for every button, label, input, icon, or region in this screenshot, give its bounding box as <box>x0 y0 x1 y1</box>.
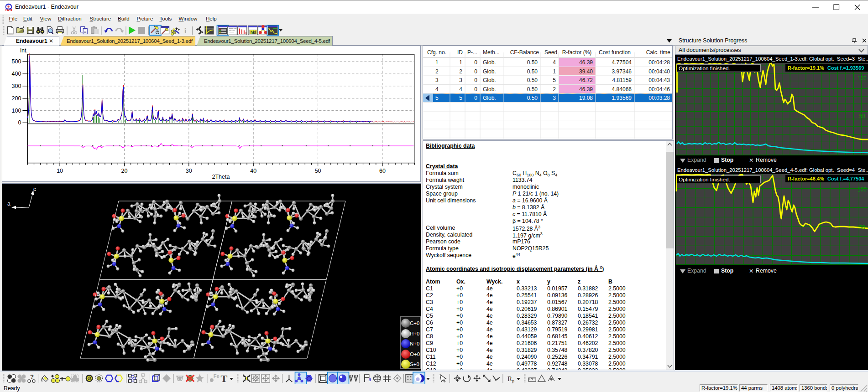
svg-text:hkl: hkl <box>251 30 256 35</box>
svg-text:R: R <box>507 375 512 382</box>
svg-text:N+0: N+0 <box>410 341 419 346</box>
svg-text:p: p <box>512 378 514 383</box>
svg-text:100: 100 <box>858 186 867 193</box>
svg-text:a: a <box>369 377 371 382</box>
svg-text:500: 500 <box>12 58 21 65</box>
svg-text:10: 10 <box>57 168 63 174</box>
svg-text:S+0: S+0 <box>410 361 419 367</box>
svg-text:50: 50 <box>315 168 321 174</box>
svg-text:200: 200 <box>12 95 21 102</box>
svg-text:c: c <box>33 186 36 192</box>
svg-text:2Theta: 2Theta <box>212 174 230 180</box>
svg-text:50: 50 <box>859 224 866 231</box>
svg-text:C+0: C+0 <box>410 320 419 326</box>
svg-text:300: 300 <box>12 83 21 89</box>
svg-text:100: 100 <box>12 108 21 114</box>
svg-text:O+0: O+0 <box>410 351 420 357</box>
svg-text:T: T <box>220 373 227 384</box>
svg-text:100: 100 <box>858 75 867 82</box>
svg-text:20: 20 <box>121 168 128 174</box>
svg-text:60: 60 <box>379 168 386 174</box>
svg-text:Fe: Fe <box>214 373 220 379</box>
svg-text:400: 400 <box>12 71 21 77</box>
svg-text:?: ? <box>30 373 34 380</box>
svg-text:30: 30 <box>186 168 192 174</box>
svg-text:50: 50 <box>859 113 866 119</box>
svg-text:i: i <box>184 26 187 35</box>
svg-text:a: a <box>7 201 10 207</box>
svg-text:H+0: H+0 <box>410 331 419 336</box>
svg-text:40: 40 <box>250 168 256 174</box>
svg-text:Int.: Int. <box>20 47 28 54</box>
svg-text:0: 0 <box>18 119 21 126</box>
